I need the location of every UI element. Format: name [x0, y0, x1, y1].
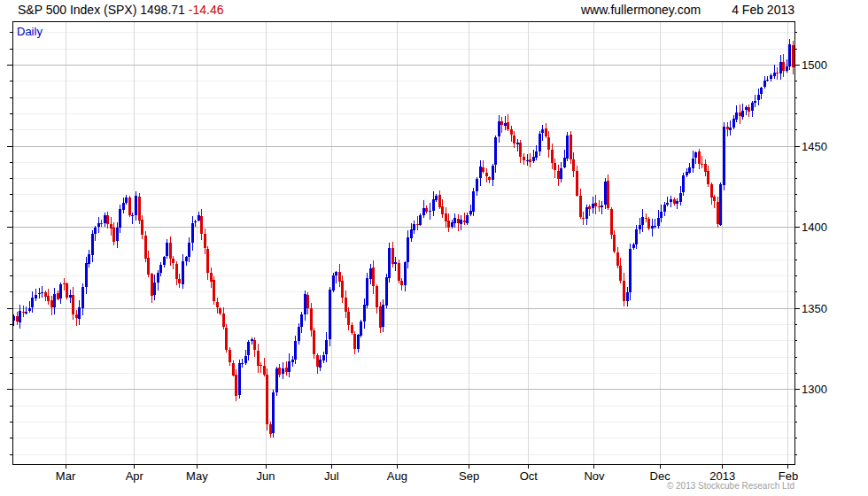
chart-page: S&P 500 Index (SPX) 1498.71 -14.46 www.f…	[0, 0, 868, 496]
copyright-notice: © 2013 Stockcube Research Ltd	[667, 481, 794, 491]
timeframe-label: Daily	[17, 25, 43, 38]
month-gridlines	[66, 21, 788, 464]
x-axis-label: Mar	[56, 469, 76, 483]
x-axis-label: Oct	[520, 469, 539, 483]
x-axis-label: May	[186, 469, 208, 483]
candles-group	[12, 39, 794, 438]
x-axis-label: Jul	[324, 469, 339, 483]
candlestick-chart: 13001350140014501500MarAprMayJunJulAugSe…	[0, 0, 868, 496]
axis-labels: 13001350140014501500MarAprMayJunJulAugSe…	[56, 58, 827, 483]
x-axis-label: Sep	[459, 469, 479, 483]
y-axis-label: 1450	[802, 140, 827, 153]
axis-frame	[7, 21, 800, 469]
minor-gridlines	[12, 33, 794, 454]
y-axis-label: 1350	[802, 302, 827, 315]
y-axis-label: 1400	[802, 221, 827, 234]
y-axis-label: 1300	[802, 383, 827, 396]
x-axis-label: Apr	[126, 469, 144, 483]
x-axis-label: Nov	[584, 469, 605, 483]
x-axis-label: Jun	[257, 469, 275, 483]
y-axis-label: 1500	[802, 58, 827, 72]
x-axis-label: Aug	[387, 469, 407, 483]
